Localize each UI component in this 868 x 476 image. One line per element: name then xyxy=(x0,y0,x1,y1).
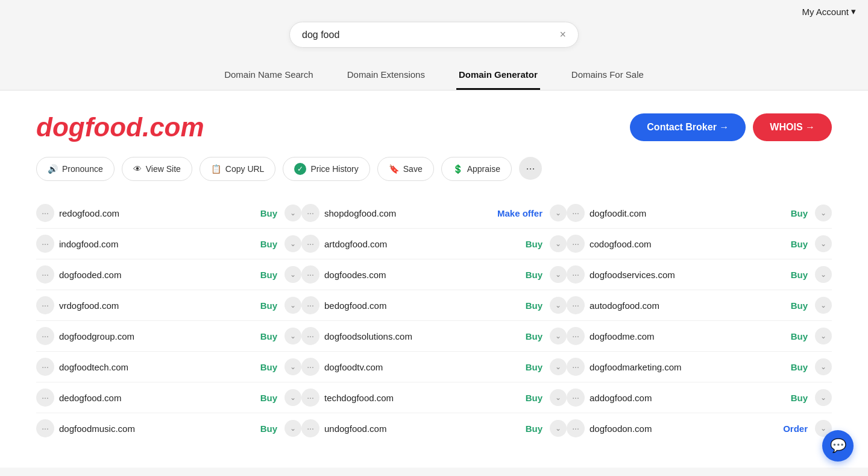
domain-action-button[interactable]: Make offer xyxy=(497,208,542,218)
domain-name-label: dogfoodon.com xyxy=(590,424,778,434)
whois-label: WHOIS → xyxy=(770,122,815,133)
domain-name-label: dogfoodmarketing.com xyxy=(590,362,786,372)
domain-action-button[interactable]: Order xyxy=(783,424,808,434)
domain-chevron-button[interactable]: ⌄ xyxy=(285,420,301,437)
domain-chevron-button[interactable]: ⌄ xyxy=(285,235,301,252)
domain-chevron-button[interactable]: ⌄ xyxy=(285,266,301,283)
domain-row: ···autodogfood.comBuy⌄ xyxy=(567,290,832,321)
domain-row-more-button[interactable]: ··· xyxy=(567,296,585,314)
domain-chevron-button[interactable]: ⌄ xyxy=(550,420,567,437)
domain-action-button[interactable]: Buy xyxy=(260,393,277,403)
chat-button[interactable]: 💬 xyxy=(822,430,854,462)
domain-row-more-button[interactable]: ··· xyxy=(301,389,319,407)
contact-broker-button[interactable]: Contact Broker → xyxy=(630,113,746,141)
domain-chevron-button[interactable]: ⌄ xyxy=(815,235,832,252)
domain-action-button[interactable]: Buy xyxy=(526,362,542,372)
domain-action-button[interactable]: Buy xyxy=(791,239,808,249)
domain-action-button[interactable]: Buy xyxy=(791,300,808,311)
view-site-button[interactable]: 👁 View Site xyxy=(122,157,192,181)
domain-row-more-button[interactable]: ··· xyxy=(36,235,54,253)
domain-row-more-button[interactable]: ··· xyxy=(301,296,319,314)
tab-domain-name-search[interactable]: Domain Name Search xyxy=(222,60,316,90)
domain-chevron-button[interactable]: ⌄ xyxy=(815,358,832,375)
tab-domains-for-sale[interactable]: Domains For Sale xyxy=(569,60,646,90)
domain-row-more-button[interactable]: ··· xyxy=(36,204,54,222)
domain-row-more-button[interactable]: ··· xyxy=(301,358,319,376)
domain-chevron-button[interactable]: ⌄ xyxy=(285,389,301,406)
domain-chevron-button[interactable]: ⌄ xyxy=(285,358,301,375)
my-account-button[interactable]: My Account ▾ xyxy=(802,6,856,17)
domain-chevron-button[interactable]: ⌄ xyxy=(550,328,567,344)
domain-chevron-button[interactable]: ⌄ xyxy=(550,235,567,252)
save-button[interactable]: 🔖 Save xyxy=(377,157,434,181)
domain-action-button[interactable]: Buy xyxy=(526,300,542,311)
pronounce-button[interactable]: 🔊 Pronounce xyxy=(36,157,115,181)
domain-action-button[interactable]: Buy xyxy=(526,393,542,403)
domain-row-more-button[interactable]: ··· xyxy=(36,296,54,314)
tab-domain-extensions[interactable]: Domain Extensions xyxy=(345,60,427,90)
domain-chevron-button[interactable]: ⌄ xyxy=(815,205,832,221)
domain-action-button[interactable]: Buy xyxy=(526,270,542,280)
domain-action-button[interactable]: Buy xyxy=(791,393,808,403)
domain-row-more-button[interactable]: ··· xyxy=(567,204,585,222)
domain-chevron-button[interactable]: ⌄ xyxy=(285,328,301,344)
domain-action-button[interactable]: Buy xyxy=(526,239,542,249)
domain-chevron-button[interactable]: ⌄ xyxy=(285,297,301,314)
domain-chevron-button[interactable]: ⌄ xyxy=(550,358,567,375)
search-input[interactable] xyxy=(302,30,555,40)
domain-row: ···dogfoodtv.comBuy⌄ xyxy=(301,352,567,382)
domain-row-more-button[interactable]: ··· xyxy=(567,327,585,345)
view-site-label: View Site xyxy=(146,164,181,174)
domain-row-more-button[interactable]: ··· xyxy=(36,327,54,345)
domain-row-more-button[interactable]: ··· xyxy=(301,419,319,437)
domain-chevron-button[interactable]: ⌄ xyxy=(815,389,832,406)
tab-domain-generator[interactable]: Domain Generator xyxy=(456,60,540,90)
domain-name-label: dogfoodme.com xyxy=(590,331,786,341)
domain-chevron-button[interactable]: ⌄ xyxy=(815,266,832,283)
domain-row: ···codogfood.comBuy⌄ xyxy=(567,229,832,259)
price-history-button[interactable]: ✓ Price History xyxy=(283,157,370,181)
search-clear-button[interactable]: × xyxy=(559,28,566,41)
domain-chevron-button[interactable]: ⌄ xyxy=(550,297,567,314)
domain-action-button[interactable]: Buy xyxy=(526,424,542,434)
domain-row: ···dogfoodsolutions.comBuy⌄ xyxy=(301,321,567,352)
domain-row-more-button[interactable]: ··· xyxy=(36,419,54,437)
domain-chevron-button[interactable]: ⌄ xyxy=(815,328,832,344)
domain-action-button[interactable]: Buy xyxy=(260,362,277,372)
domain-action-button[interactable]: Buy xyxy=(526,331,542,341)
domain-action-button[interactable]: Buy xyxy=(791,331,808,341)
domain-row-more-button[interactable]: ··· xyxy=(301,235,319,253)
domain-row-more-button[interactable]: ··· xyxy=(567,235,585,253)
domain-row-more-button[interactable]: ··· xyxy=(301,204,319,222)
domain-row-more-button[interactable]: ··· xyxy=(567,265,585,284)
domain-chevron-button[interactable]: ⌄ xyxy=(550,266,567,283)
domain-name-label: codogfood.com xyxy=(590,239,786,249)
domain-row-more-button[interactable]: ··· xyxy=(567,389,585,407)
domain-action-button[interactable]: Buy xyxy=(791,270,808,280)
domain-row-more-button[interactable]: ··· xyxy=(36,358,54,376)
domain-chevron-button[interactable]: ⌄ xyxy=(550,205,567,221)
domain-action-button[interactable]: Buy xyxy=(260,208,277,218)
more-button[interactable]: ··· xyxy=(519,157,542,180)
domain-name-label: dogfoodes.com xyxy=(324,270,521,280)
domain-row-more-button[interactable]: ··· xyxy=(567,358,585,376)
appraise-button[interactable]: 💲 Appraise xyxy=(441,157,512,181)
domain-row-more-button[interactable]: ··· xyxy=(36,265,54,284)
domain-action-button[interactable]: Buy xyxy=(791,362,808,372)
domain-action-button[interactable]: Buy xyxy=(260,300,277,311)
domain-row-more-button[interactable]: ··· xyxy=(567,419,585,437)
domain-action-button[interactable]: Buy xyxy=(260,331,277,341)
domain-row-more-button[interactable]: ··· xyxy=(36,389,54,407)
domain-chevron-button[interactable]: ⌄ xyxy=(550,389,567,406)
whois-button[interactable]: WHOIS → xyxy=(753,113,832,141)
domain-row-more-button[interactable]: ··· xyxy=(301,327,319,345)
copy-url-button[interactable]: 📋 Copy URL xyxy=(200,157,276,181)
domain-action-button[interactable]: Buy xyxy=(260,239,277,249)
domain-action-button[interactable]: Buy xyxy=(260,424,277,434)
domain-chevron-button[interactable]: ⌄ xyxy=(815,297,832,314)
domain-action-button[interactable]: Buy xyxy=(260,270,277,280)
domain-chevron-button[interactable]: ⌄ xyxy=(285,205,301,221)
domain-row-more-button[interactable]: ··· xyxy=(301,265,319,284)
domain-action-button[interactable]: Buy xyxy=(791,208,808,218)
domain-row: ···redogfood.comBuy⌄ xyxy=(36,198,301,229)
